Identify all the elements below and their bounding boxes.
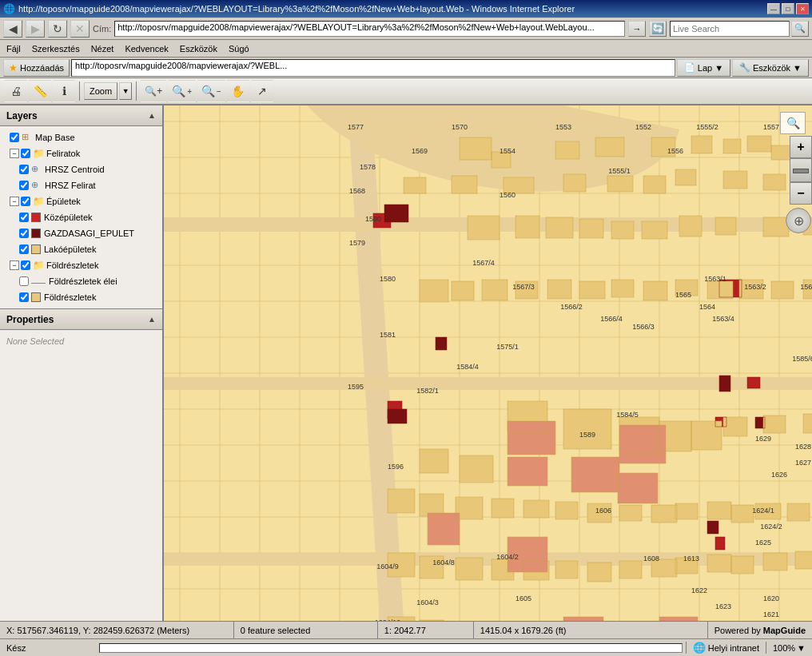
close-button[interactable]: ✕ <box>796 3 809 14</box>
menu-edit[interactable]: Szerkesztés <box>29 43 83 54</box>
layer-epuletek-checkbox[interactable] <box>21 197 30 206</box>
zoom-rect-button[interactable]: 🔍+ <box>141 80 166 102</box>
layer-tree: ⊞ Map Base − 📁 Feliratok ⊕ HRSZ Centroid <box>0 126 162 308</box>
url-field[interactable]: http://toposrv/mapguide2008/mapvieweraja… <box>114 21 625 37</box>
add-label: Hozzáadás <box>20 63 64 73</box>
layers-section: Layers ▲ ⊞ Map Base − 📁 Feliratok <box>0 105 162 309</box>
refresh-icon[interactable]: 🔄 <box>649 21 667 37</box>
status-bar: X: 517567.346119, Y: 282459.626372 (Mete… <box>0 621 812 638</box>
info-button[interactable]: ℹ <box>53 80 75 102</box>
coordinates-text: X: 517567.346119, Y: 282459.626372 (Mete… <box>6 626 189 635</box>
map-area[interactable]: 🔍 + − ⊕ <box>164 105 812 621</box>
select-button[interactable]: ↗ <box>251 80 273 102</box>
properties-collapse-button[interactable]: ▲ <box>148 315 156 324</box>
pan-button[interactable]: ✋ <box>227 80 249 102</box>
menu-tools[interactable]: Eszközök <box>177 43 221 54</box>
zoom-out-button[interactable]: 🔍− <box>197 80 225 102</box>
features-text: 0 feature selected <box>241 626 310 635</box>
ie-bottom-bar: Kész 🌐 Helyi intranet 100% ▼ <box>0 638 812 656</box>
layer-kozepuletek[interactable]: Középületek <box>0 209 162 225</box>
ie-status-section: Kész <box>0 639 96 656</box>
layer-hrsz-felirat-checkbox[interactable] <box>19 181 29 190</box>
stop-button[interactable]: ✕ <box>70 20 90 38</box>
layer-foldreszletek-folder-checkbox[interactable] <box>21 260 30 270</box>
map-zoom-out-button[interactable]: − <box>790 182 812 205</box>
scale-text: 1: 2042.77 <box>384 626 426 635</box>
star-icon: ★ <box>9 62 18 74</box>
map-zoom-in-button[interactable]: + <box>790 136 812 158</box>
epuletek-expand[interactable]: − <box>10 197 19 206</box>
ie-zone-section: 🌐 Helyi intranet <box>687 642 766 654</box>
layers-collapse-button[interactable]: ▲ <box>148 111 156 120</box>
zoom-in-button[interactable]: 🔍+ <box>168 80 196 102</box>
layer-foldreszletek[interactable]: Földrészletek <box>0 289 162 305</box>
maximize-button[interactable]: □ <box>782 3 794 14</box>
eszközök-button[interactable]: 🔧 Eszközök ▼ <box>732 59 809 77</box>
layer-hrsz-centroid-checkbox[interactable] <box>19 165 29 174</box>
print-button[interactable]: 🖨 <box>5 80 27 102</box>
menu-help[interactable]: Súgó <box>225 43 253 54</box>
layer-feliratok-label: Feliratok <box>46 149 80 158</box>
layer-gazdasagi-checkbox[interactable] <box>19 229 29 238</box>
foldreszletek-elei-legend <box>31 283 46 284</box>
search-go-button[interactable]: 🔍 <box>791 21 809 37</box>
refresh-button[interactable]: ↻ <box>48 20 67 38</box>
layer-feliratok-checkbox[interactable] <box>21 149 30 158</box>
coordinates-section: X: 517567.346119, Y: 282459.626372 (Mete… <box>0 622 234 638</box>
brand-text: MapGuide <box>763 626 806 635</box>
layer-kozepuletek-checkbox[interactable] <box>19 213 29 222</box>
powered-text: Powered by <box>714 626 761 635</box>
layer-kozepuletek-label: Középületek <box>44 213 93 222</box>
ie-zoom-section[interactable]: 100% ▼ <box>766 643 812 653</box>
map-base-icon: ⊞ <box>22 132 33 143</box>
go-button[interactable]: → <box>628 21 646 37</box>
back-button[interactable]: ◀ <box>3 20 22 38</box>
hrsz-felirat-icon: ⊕ <box>31 180 42 191</box>
properties-none-selected: None Selected <box>6 336 64 346</box>
layer-foldreszletek-folder[interactable]: − 📁 Földrészletek <box>0 257 162 273</box>
minimize-button[interactable]: — <box>767 3 780 14</box>
menu-favorites[interactable]: Kedvencek <box>121 43 171 54</box>
layer-foldreszletek-elei-checkbox[interactable] <box>19 276 29 286</box>
page-button[interactable]: 📄 Lap ▼ <box>677 59 730 77</box>
map-canvas[interactable] <box>164 105 812 621</box>
layer-gazdasagi[interactable]: GAZDASAGI_EPULET <box>0 225 162 241</box>
window-title: http://toposrv/mapguide2008/mapvieweraja… <box>15 4 767 14</box>
lakoepuletek-legend <box>31 245 41 254</box>
window-controls[interactable]: — □ ✕ <box>767 3 809 14</box>
fav-url-display: http://toposrv/mapguide2008/mapvieweraja… <box>71 59 675 77</box>
layer-feliratok[interactable]: − 📁 Feliratok <box>0 145 162 161</box>
layer-hrsz-centroid[interactable]: ⊕ HRSZ Centroid <box>0 161 162 177</box>
add-favorites-button[interactable]: ★ Hozzáadás <box>3 59 70 77</box>
search-input[interactable] <box>670 21 790 37</box>
menu-view[interactable]: Nézet <box>88 43 117 54</box>
menu-file[interactable]: Fájl <box>3 43 24 54</box>
properties-section: Properties ▲ None Selected <box>0 309 162 621</box>
layer-map-base-checkbox[interactable] <box>10 133 19 142</box>
toolbar-separator-1 <box>79 82 80 101</box>
fav-right-buttons: 📄 Lap ▼ 🔧 Eszközök ▼ <box>677 59 809 77</box>
layer-foldreszletek-checkbox[interactable] <box>19 292 29 302</box>
layer-epuletek[interactable]: − 📁 Épületek <box>0 193 162 209</box>
layer-map-base[interactable]: ⊞ Map Base <box>0 129 162 145</box>
layer-foldreszletek-elei[interactable]: Földrészletek élei <box>0 273 162 289</box>
forward-button[interactable]: ▶ <box>26 20 45 38</box>
measure-button[interactable]: 📏 <box>29 80 51 102</box>
layer-lakoepuletek[interactable]: Lakóépületek <box>0 241 162 257</box>
layer-epuletek-label: Épületek <box>46 197 81 206</box>
zoom-dropdown-button[interactable]: ▼ <box>119 82 132 100</box>
zoom-slider-track <box>790 158 812 182</box>
layer-foldreszletek-elei-label: Földrészletek élei <box>49 276 117 286</box>
layer-map-base-label: Map Base <box>35 133 75 142</box>
map-search-icon[interactable]: 🔍 <box>780 112 806 134</box>
layer-lakoepuletek-checkbox[interactable] <box>19 245 29 254</box>
feliratok-expand[interactable]: − <box>10 149 19 158</box>
layer-hrsz-felirat[interactable]: ⊕ HRSZ Felirat <box>0 177 162 193</box>
powered-section: Powered by MapGuide <box>708 622 812 638</box>
epuletek-folder-icon: 📁 <box>33 196 44 207</box>
foldreszletek-expand[interactable]: − <box>10 260 19 270</box>
ie-zoom-text: 100% <box>773 643 795 653</box>
size-section: 1415.04 x 1679.26 (ft) <box>474 622 708 638</box>
pan-control[interactable]: ⊕ <box>786 208 811 233</box>
zoom-slider-handle[interactable] <box>793 169 809 173</box>
